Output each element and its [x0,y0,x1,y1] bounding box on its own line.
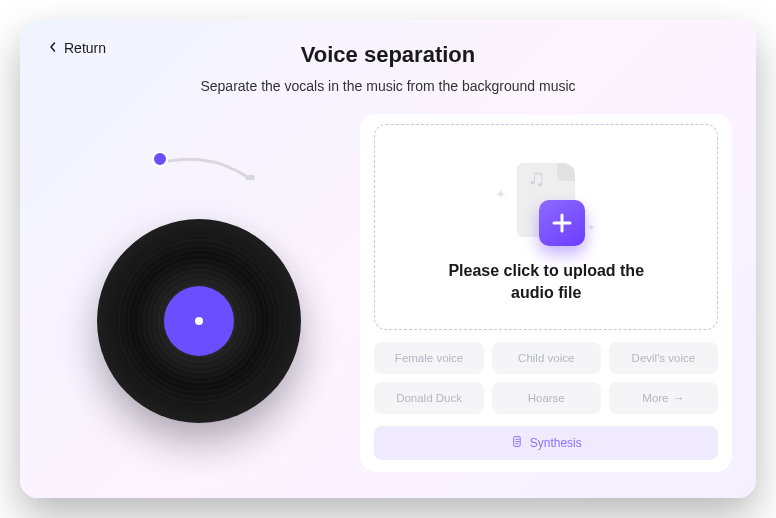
voice-option-hoarse[interactable]: Hoarse [492,382,601,414]
option-label: Child voice [518,352,574,364]
voice-option-more[interactable]: More → [609,382,718,414]
voice-option-donald-duck[interactable]: Donald Duck [374,382,483,414]
vinyl-record-icon [97,219,301,423]
sparkle-icon: ✦ [495,186,507,202]
controls-panel: ✦ ✦ ♫ Please click to upload the audio f… [360,114,732,472]
tonearm-pivot-icon [152,151,168,167]
voice-options-grid: Female voice Child voice Devil's voice D… [374,342,718,414]
content-area: ✦ ✦ ♫ Please click to upload the audio f… [20,114,756,492]
option-label: Female voice [395,352,463,364]
music-note-icon: ♫ [527,164,545,192]
option-label: Donald Duck [396,392,462,404]
synthesis-label: Synthesis [530,436,582,450]
plus-badge-icon [539,200,585,246]
upload-dropzone[interactable]: ✦ ✦ ♫ Please click to upload the audio f… [374,124,718,330]
option-label: More [642,392,668,404]
synthesis-icon [511,435,524,451]
voice-option-devil[interactable]: Devil's voice [609,342,718,374]
file-illustration: ✦ ✦ ♫ [491,150,601,250]
page-subtitle: Separate the vocals in the music from th… [20,78,756,94]
illustration-panel [44,114,360,472]
voice-option-female[interactable]: Female voice [374,342,483,374]
synthesis-button[interactable]: Synthesis [374,426,718,460]
svg-rect-0 [245,175,255,180]
page-title: Voice separation [20,42,756,68]
vinyl-center-hole [195,317,203,325]
tonearm-icon [167,157,257,181]
return-button[interactable]: Return [48,40,106,56]
voice-option-child[interactable]: Child voice [492,342,601,374]
option-label: Hoarse [528,392,565,404]
chevron-left-icon [48,41,58,55]
turntable-illustration [77,143,327,443]
arrow-right-icon: → [673,391,685,405]
app-window: Return Voice separation Separate the voc… [20,20,756,498]
sparkle-icon: ✦ [587,222,595,233]
return-label: Return [64,40,106,56]
upload-prompt: Please click to upload the audio file [426,260,666,303]
option-label: Devil's voice [632,352,696,364]
